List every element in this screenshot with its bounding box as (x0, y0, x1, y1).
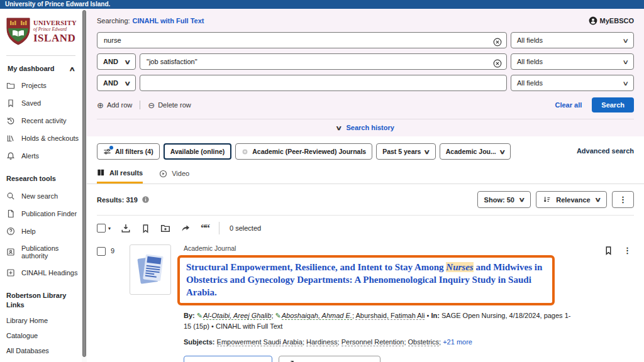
result-checkbox[interactable] (97, 247, 106, 256)
toggle-circle-icon (242, 148, 248, 155)
chevron-up-icon: ∧ (69, 65, 75, 72)
results-count: Results: 319 (97, 195, 150, 204)
bulk-actions-toolbar: ▾ ““ 0 selected (87, 216, 644, 238)
sidebar-item-holds-checkouts[interactable]: Holds & checkouts (6, 134, 82, 143)
field-select-2[interactable]: All fields ∨ (511, 53, 634, 70)
active-filters-badge (109, 146, 113, 150)
minus-circle-icon: ⊖ (148, 101, 155, 109)
peer-reviewed-chip[interactable]: Academic (Peer-Reviewed) Journals (235, 143, 372, 160)
share-icon[interactable] (180, 223, 191, 233)
search-term-highlight: Nurses (446, 262, 473, 272)
add-row-button[interactable]: ⊕ Add row (97, 101, 132, 109)
sidebar-item-new-search[interactable]: New search (6, 192, 82, 200)
clear-input-icon[interactable] (493, 36, 502, 47)
clear-input-icon[interactable] (493, 57, 502, 69)
sidebar-item-cinahl-headings[interactable]: CINAHL Headings (6, 268, 82, 277)
myebsco-button[interactable]: MyEBSCO (589, 16, 634, 25)
sidebar-item-library-home[interactable]: Library Home (6, 317, 82, 324)
result-subjects: Subjects: Empowerment Saudi Arabia; Hard… (184, 338, 634, 346)
subject-link[interactable]: Obstetrics (408, 338, 440, 346)
sidebar-scrollbar[interactable] (82, 9, 87, 362)
tab-all-results[interactable]: All results (97, 168, 143, 184)
show-per-page-select[interactable]: Show: 50 ∨ (477, 191, 531, 208)
search-term-input-2[interactable] (140, 53, 507, 70)
past-5-years-chip[interactable]: Past 5 years ∨ (376, 143, 436, 160)
field-select-3[interactable]: All fields ∨ (511, 75, 634, 91)
add-to-folder-icon[interactable] (160, 223, 170, 233)
advanced-search-link[interactable]: Advanced search (577, 147, 634, 155)
tab-video[interactable]: Video (159, 168, 189, 184)
all-filters-chip[interactable]: All filters (4) (97, 143, 160, 160)
author-profile-icon: ✎ (197, 312, 203, 319)
academic-journals-chip[interactable]: Academic Jou... ∨ (440, 143, 511, 160)
upei-shield-icon (6, 18, 30, 45)
search-row-2: AND ∨ All fields ∨ (97, 53, 634, 70)
sidebar-item-recent-activity[interactable]: Recent activity (6, 116, 82, 125)
more-subjects-link[interactable]: +21 more (443, 338, 472, 346)
sidebar-item-catalogue[interactable]: Catalogue (6, 332, 82, 339)
scrollbar-thumb[interactable] (82, 10, 86, 357)
sidebar-item-help[interactable]: Help (6, 227, 82, 236)
upei-wordmark: UNIVERSITY of Prince Edward ISLAND (33, 20, 77, 43)
delete-row-button[interactable]: ⊖ Delete row (148, 101, 191, 109)
result-thumbnail[interactable] (130, 244, 171, 295)
search-icon (6, 192, 15, 200)
chevron-down-icon: ∨ (622, 58, 629, 65)
sidebar-section-my-dashboard[interactable]: My dashboard ∧ (8, 65, 74, 72)
search-history-toggle[interactable]: ∨ Search history (97, 119, 634, 136)
search-button[interactable]: Search (592, 97, 634, 112)
author-link[interactable]: Aburshaid, Fatimah Ali (355, 312, 425, 320)
kebab-icon: ⋮ (619, 195, 627, 204)
sidebar-item-saved[interactable]: Saved (6, 99, 82, 107)
subject-link[interactable]: Personnel Retention (341, 338, 404, 346)
result-kebab-icon[interactable]: ⋮ (623, 246, 631, 255)
subject-link[interactable]: Hardiness (306, 338, 338, 346)
search-row-3: AND ∨ All fields ∨ (97, 75, 634, 91)
save-bookmark-icon[interactable] (604, 246, 613, 255)
my-dashboard-label: My dashboard (8, 65, 55, 72)
annotation-highlight-box: Structural Empowerment, Resilience, and … (177, 255, 555, 305)
operator-select-2[interactable]: AND ∨ (97, 53, 136, 70)
sort-select[interactable]: Relevance ∨ (536, 191, 607, 208)
info-icon[interactable] (142, 195, 150, 204)
sidebar-item-publications-authority[interactable]: Publications authority (6, 244, 82, 260)
folder-icon (6, 81, 15, 90)
author-link[interactable]: Al-Otaibi, Areej Ghalib (203, 312, 271, 320)
chevron-down-icon: ∨ (518, 196, 525, 203)
main-content: Searching:CINAHL with Full Text MyEBSCO … (87, 9, 644, 362)
available-online-chip[interactable]: Available (online) (164, 143, 232, 160)
operator-select-3[interactable]: AND ∨ (97, 75, 136, 91)
chevron-down-icon: ∨ (622, 80, 629, 87)
subject-link[interactable]: Empowerment Saudi Arabia (217, 338, 303, 346)
author-link[interactable]: Aboshaiqah, Ahmad E. (282, 312, 352, 320)
sidebar-item-projects[interactable]: Projects (6, 81, 82, 90)
search-term-input-1[interactable] (97, 32, 507, 48)
scopus-citations-button[interactable]: 2 citations in Scopus® (279, 356, 380, 362)
results-tabs: All results Video (87, 160, 644, 184)
download-icon[interactable] (121, 223, 131, 233)
sidebar-item-all-databases[interactable]: All Databases (6, 347, 82, 354)
select-all-checkbox[interactable] (97, 224, 106, 233)
field-select-1[interactable]: All fields ∨ (511, 32, 634, 48)
books-icon (6, 134, 15, 143)
chevron-down-icon: ∨ (622, 37, 629, 44)
result-index: 9 (111, 247, 114, 255)
bookmark-icon[interactable] (141, 224, 150, 233)
access-options-button[interactable]: Access options ∨ (184, 356, 272, 362)
results-overflow-menu[interactable]: ⋮ (612, 191, 634, 208)
chevron-down-icon: ∨ (499, 148, 506, 155)
clear-all-link[interactable]: Clear all (555, 101, 582, 109)
cite-icon[interactable]: ““ (201, 225, 209, 231)
sidebar-item-publication-finder[interactable]: Publication Finder (6, 209, 82, 218)
search-term-input-3[interactable] (140, 75, 507, 91)
plus-circle-icon: ⊕ (97, 101, 104, 109)
publication-type: Academic Journal (184, 244, 634, 252)
sidebar: UNIVERSITY of Prince Edward ISLAND My da… (0, 9, 82, 362)
database-link[interactable]: CINAHL with Full Text (133, 17, 204, 25)
result-title-link[interactable]: Structural Empowerment, Resilience, and … (186, 262, 542, 297)
chevron-down-icon: ∨ (424, 148, 431, 155)
select-menu-caret-icon[interactable]: ▾ (108, 226, 111, 231)
sidebar-item-alerts[interactable]: Alerts (6, 151, 82, 160)
result-item: 9 Academic Journal (87, 238, 644, 362)
results-bar: Results: 319 Show: 50 ∨ Relevance ∨ ⋮ (87, 184, 644, 215)
